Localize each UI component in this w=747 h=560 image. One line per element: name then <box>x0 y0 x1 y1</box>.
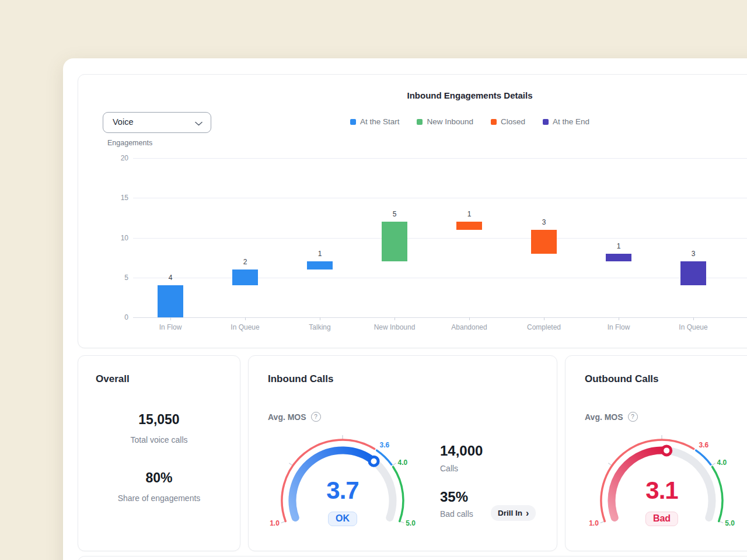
info-icon[interactable]: ? <box>628 412 638 422</box>
x-axis-tick <box>170 317 171 320</box>
y-axis-tick-label: 15 <box>106 194 128 202</box>
x-axis-tick <box>693 317 694 320</box>
bar-value-label: 3 <box>676 250 711 258</box>
calls-label: Calls <box>440 464 458 473</box>
y-axis-tick-label: 0 <box>106 313 128 321</box>
gauge-tick <box>400 522 404 523</box>
gridline <box>133 238 747 239</box>
x-axis-category-label: In Queue <box>210 323 280 331</box>
gauge-tick <box>289 463 292 466</box>
bar-talking[interactable] <box>307 261 333 270</box>
y-axis-tick-label: 10 <box>106 234 128 242</box>
drill-in-label: Drill In <box>498 509 522 517</box>
legend-label: Closed <box>501 117 525 126</box>
avg-mos-label: Avg. MOS <box>585 412 623 422</box>
legend-swatch <box>491 119 497 125</box>
bar-in-flow[interactable] <box>606 254 631 262</box>
gridline <box>133 317 747 318</box>
legend-swatch <box>350 119 356 125</box>
total-voice-calls-label: Total voice calls <box>78 435 240 444</box>
chevron-right-icon: › <box>526 509 529 518</box>
gauge-scale-label: 5.0 <box>725 519 735 527</box>
gauge-value: 3.7 <box>270 478 416 503</box>
legend-swatch <box>417 119 423 125</box>
bar-value-label: 5 <box>377 210 412 218</box>
x-axis-category-label: In Queue <box>658 323 728 331</box>
total-voice-calls-value: 15,050 <box>78 412 240 428</box>
gauge-knob <box>369 457 378 466</box>
bar-value-label: 2 <box>228 258 263 266</box>
gauge-knob <box>662 446 671 455</box>
engagements-plot: 05101520In FlowIn QueueTalkingNew Inboun… <box>133 158 747 317</box>
y-axis-title: Engagements <box>107 139 152 147</box>
y-axis-tick-label: 5 <box>106 274 128 282</box>
x-axis-tick <box>245 317 246 320</box>
gauge-tick <box>712 463 715 466</box>
gauge-value: 3.1 <box>589 478 735 503</box>
avg-mos-gauge: 1.03.64.05.03.1Bad <box>589 430 735 534</box>
bar-new-inbound[interactable] <box>382 222 407 261</box>
chart-title: Inbound Engagements Details <box>78 90 747 101</box>
gauge-scale-label: 3.6 <box>380 441 390 449</box>
gridline <box>133 158 747 159</box>
avg-mos-label: Avg. MOS <box>268 412 306 422</box>
gauge-tick <box>720 522 724 523</box>
bar-completed[interactable] <box>531 230 557 254</box>
legend-item[interactable]: New Inbound <box>417 117 473 126</box>
gauge-scale-label: 4.0 <box>717 459 727 467</box>
gauge-scale-label: 5.0 <box>406 519 416 527</box>
legend-item[interactable]: At the End <box>543 117 589 126</box>
bar-abandoned[interactable] <box>456 222 482 230</box>
legend-label: New Inbound <box>427 117 473 126</box>
gauge-tick <box>393 463 396 466</box>
legend-swatch <box>543 119 549 125</box>
dashboard-panel: Inbound Engagements Details Voice At the… <box>63 58 747 560</box>
legend-item[interactable]: Closed <box>491 117 525 126</box>
info-icon[interactable]: ? <box>311 412 321 422</box>
share-of-engagements-value: 80% <box>78 470 240 486</box>
x-axis-tick <box>320 317 320 320</box>
legend-label: At the End <box>553 117 589 126</box>
drill-in-button[interactable]: Drill In › <box>491 505 536 521</box>
gauge-status-badge: OK <box>328 512 357 526</box>
calls-value: 14,000 <box>440 442 483 460</box>
card-title: Overall <box>96 373 130 385</box>
chart-legend: At the StartNew InboundClosedAt the End <box>78 117 747 126</box>
bar-value-label: 1 <box>302 250 337 258</box>
avg-mos-row: Avg. MOS ? <box>585 412 638 422</box>
overall-card: Overall 15,050 Total voice calls 80% Sha… <box>78 355 240 551</box>
bad-calls-value: 35% <box>440 488 468 506</box>
inbound-engagements-card: Inbound Engagements Details Voice At the… <box>78 74 747 348</box>
x-axis-category-label: In Flow <box>584 323 654 331</box>
bar-in-queue[interactable] <box>232 270 258 285</box>
bar-value-label: 1 <box>452 210 487 218</box>
inbound-calls-card: Inbound Calls Avg. MOS ? 1.03.64.05.03.7… <box>248 355 557 551</box>
bar-value-label: 3 <box>526 218 561 226</box>
gridline <box>133 278 747 278</box>
x-axis-tick <box>619 317 619 320</box>
x-axis-category-label: Abandoned <box>434 323 504 331</box>
x-axis-category-label: New Inbound <box>359 323 430 331</box>
bar-in-flow[interactable] <box>158 285 183 317</box>
bar-value-label: 1 <box>601 242 636 250</box>
gauge-scale-label: 3.6 <box>699 441 709 449</box>
gauge-tick <box>281 522 285 523</box>
outbound-calls-card: Outbound Calls Avg. MOS ? 1.03.64.05.03.… <box>565 355 747 551</box>
x-axis-tick <box>395 317 395 320</box>
card-title: Inbound Calls <box>268 373 333 385</box>
gauge-scale-label: 1.0 <box>589 519 599 527</box>
gauge-scale-label: 4.0 <box>398 459 408 467</box>
x-axis-tick <box>544 317 544 320</box>
x-axis-tick <box>469 317 470 320</box>
card-title: Outbound Calls <box>585 373 659 385</box>
avg-mos-gauge: 1.03.64.05.03.7OK <box>270 430 416 534</box>
gauge-status-badge: Bad <box>645 512 678 526</box>
avg-mos-row: Avg. MOS ? <box>268 412 321 422</box>
legend-label: At the Start <box>360 117 400 126</box>
legend-item[interactable]: At the Start <box>350 117 400 126</box>
gauge-scale-label: 1.0 <box>270 519 280 527</box>
share-of-engagements-label: Share of engagements <box>78 494 240 503</box>
x-axis-category-label: Completed <box>509 323 579 331</box>
y-axis-tick-label: 20 <box>106 154 128 162</box>
bar-in-queue[interactable] <box>680 261 706 285</box>
